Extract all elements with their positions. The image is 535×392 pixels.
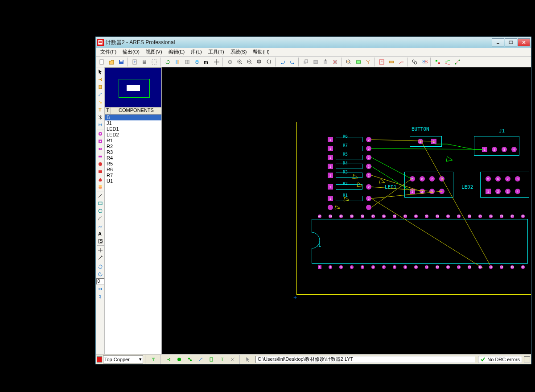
components-col-name[interactable]: COMPONENTS bbox=[111, 107, 161, 114]
zoom-area-icon[interactable] bbox=[264, 58, 274, 66]
circle-tool-icon[interactable] bbox=[96, 207, 104, 215]
list-item[interactable]: R7 bbox=[105, 173, 161, 178]
select-tool-icon[interactable] bbox=[96, 68, 104, 75]
list-item[interactable]: LED2 bbox=[105, 132, 161, 138]
zoom-in-icon[interactable] bbox=[235, 58, 245, 66]
menu-file[interactable]: 文件(F) bbox=[98, 48, 119, 56]
list-item[interactable]: R5 bbox=[105, 161, 161, 167]
pick-package-icon[interactable] bbox=[344, 58, 354, 66]
toggle1-icon[interactable] bbox=[164, 355, 173, 364]
overview-panel[interactable] bbox=[105, 67, 161, 107]
circular-smt-icon[interactable] bbox=[96, 160, 104, 168]
text-tool-icon[interactable]: A bbox=[96, 230, 104, 237]
toggle-ic-icon[interactable] bbox=[206, 355, 216, 364]
menu-system[interactable]: 系统(S) bbox=[228, 48, 250, 56]
path-tool-icon[interactable] bbox=[96, 222, 104, 230]
list-item[interactable]: R2 bbox=[105, 144, 161, 149]
arc-tool-icon[interactable] bbox=[96, 215, 104, 222]
pcb-canvas[interactable]: + BUTTON J1 LED1 LED2 U1 R6 R7 R5 R4 R3 … bbox=[162, 67, 531, 354]
menu-view[interactable]: 视图(V) bbox=[143, 48, 165, 56]
maximize-button[interactable] bbox=[505, 38, 517, 46]
angle-input[interactable]: 0 bbox=[96, 278, 104, 285]
undo-icon[interactable] bbox=[278, 58, 288, 66]
rect-smt-icon[interactable] bbox=[96, 168, 104, 175]
zoom-all-icon[interactable] bbox=[255, 58, 264, 66]
menu-library[interactable]: 库(L) bbox=[188, 48, 204, 56]
menu-edit[interactable]: 编辑(E) bbox=[166, 48, 188, 56]
autoname-icon[interactable]: SS bbox=[420, 58, 429, 66]
flip-icon[interactable] bbox=[173, 58, 182, 66]
open-icon[interactable] bbox=[107, 58, 116, 66]
toggle-pad-icon[interactable] bbox=[174, 355, 184, 364]
menu-tools[interactable]: 工具(T) bbox=[206, 48, 227, 56]
list-item[interactable]: U1 bbox=[105, 178, 161, 184]
toggle-text-icon[interactable]: T bbox=[217, 355, 227, 364]
trace-angle-icon[interactable] bbox=[396, 58, 406, 66]
layer-color-swatch[interactable] bbox=[97, 356, 102, 363]
new-icon[interactable] bbox=[97, 58, 107, 66]
menu-help[interactable]: 帮助(H) bbox=[250, 48, 272, 56]
zone-tool-icon[interactable]: T bbox=[96, 106, 104, 113]
track-tool-icon[interactable] bbox=[96, 91, 104, 98]
poly-smt-icon[interactable] bbox=[96, 175, 104, 183]
list-item[interactable]: B bbox=[105, 115, 161, 120]
minimize-button[interactable] bbox=[492, 38, 504, 46]
round-pad-icon[interactable] bbox=[96, 130, 104, 137]
dil-pad-icon[interactable] bbox=[96, 145, 104, 153]
cursor-mode-icon[interactable] bbox=[243, 355, 253, 364]
import-icon[interactable] bbox=[130, 58, 140, 66]
line-tool-icon[interactable] bbox=[96, 192, 104, 199]
connectivity-icon[interactable] bbox=[453, 58, 462, 66]
filter-icon[interactable] bbox=[148, 355, 158, 364]
center-icon[interactable] bbox=[225, 58, 235, 66]
toggle-trace-icon[interactable] bbox=[185, 355, 195, 364]
toggle-route-icon[interactable] bbox=[196, 355, 206, 364]
metric-icon[interactable]: m bbox=[202, 58, 212, 66]
connectivity-tool-icon[interactable] bbox=[96, 121, 104, 128]
resize-grip[interactable] bbox=[524, 356, 530, 363]
square-pad-icon[interactable] bbox=[96, 137, 104, 145]
make-package-icon[interactable] bbox=[354, 58, 363, 66]
padstack-icon[interactable] bbox=[96, 183, 104, 190]
dimension-tool-icon[interactable] bbox=[96, 254, 104, 261]
drc-status[interactable]: No DRC errors bbox=[478, 356, 522, 363]
decompose-icon[interactable] bbox=[363, 58, 373, 66]
component-tool-icon[interactable] bbox=[96, 75, 104, 83]
origin-icon[interactable] bbox=[212, 58, 222, 66]
list-item[interactable]: J1 bbox=[105, 120, 161, 126]
grid-icon[interactable] bbox=[182, 58, 192, 66]
region-icon[interactable] bbox=[149, 58, 159, 66]
print-icon[interactable] bbox=[140, 58, 149, 66]
close-button[interactable] bbox=[518, 38, 530, 46]
block-copy-icon[interactable] bbox=[301, 58, 311, 66]
via-tool-icon[interactable] bbox=[96, 98, 104, 106]
menu-output[interactable]: 输出(O) bbox=[120, 48, 142, 56]
block-move-icon[interactable] bbox=[311, 58, 321, 66]
block-delete-icon[interactable] bbox=[330, 58, 340, 66]
box-tool-icon[interactable] bbox=[96, 199, 104, 207]
zoom-out-icon[interactable] bbox=[245, 58, 255, 66]
redo-icon[interactable] bbox=[288, 58, 297, 66]
rotate-cw-icon[interactable] bbox=[96, 263, 104, 270]
list-item[interactable]: R6 bbox=[105, 167, 161, 173]
ruler-icon[interactable] bbox=[387, 58, 396, 66]
flip-v-icon[interactable] bbox=[96, 293, 104, 300]
package-tool-icon[interactable] bbox=[96, 83, 104, 91]
list-item[interactable]: R1 bbox=[105, 138, 161, 144]
redraw-icon[interactable] bbox=[163, 58, 173, 66]
components-col-t[interactable]: T bbox=[105, 107, 111, 114]
list-item[interactable]: R3 bbox=[105, 149, 161, 155]
flip-h-icon[interactable] bbox=[96, 285, 104, 293]
toggle-x-icon[interactable] bbox=[228, 355, 238, 364]
search-icon[interactable] bbox=[410, 58, 420, 66]
block-rotate-icon[interactable] bbox=[321, 58, 330, 66]
marker-tool-icon[interactable] bbox=[96, 246, 104, 254]
symbol-tool-icon[interactable]: S bbox=[96, 237, 104, 245]
edit-tool-icon[interactable] bbox=[377, 58, 387, 66]
save-icon[interactable] bbox=[116, 58, 126, 66]
list-item[interactable]: R4 bbox=[105, 155, 161, 161]
list-item[interactable]: LED1 bbox=[105, 126, 161, 132]
autoplace-icon[interactable] bbox=[433, 58, 443, 66]
rotate-ccw-icon[interactable] bbox=[96, 270, 104, 278]
ratsnest-tool-icon[interactable] bbox=[96, 113, 104, 121]
